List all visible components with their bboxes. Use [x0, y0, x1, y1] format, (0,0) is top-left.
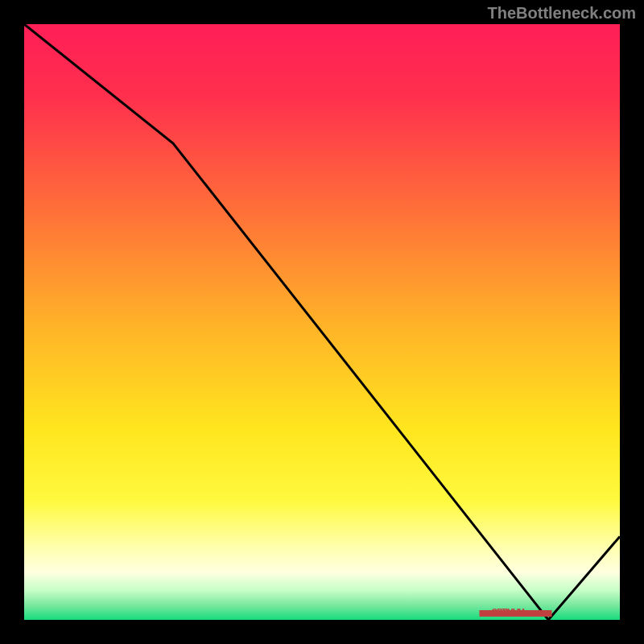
bottleneck-curve: [24, 24, 620, 620]
line-overlay: [24, 24, 620, 620]
plot-area: OPTIMUM: [24, 24, 620, 620]
optimum-label: OPTIMUM: [492, 608, 524, 617]
watermark-text: TheBottleneck.com: [488, 4, 636, 23]
chart-container: TheBottleneck.com OPTIMUM: [0, 0, 644, 644]
